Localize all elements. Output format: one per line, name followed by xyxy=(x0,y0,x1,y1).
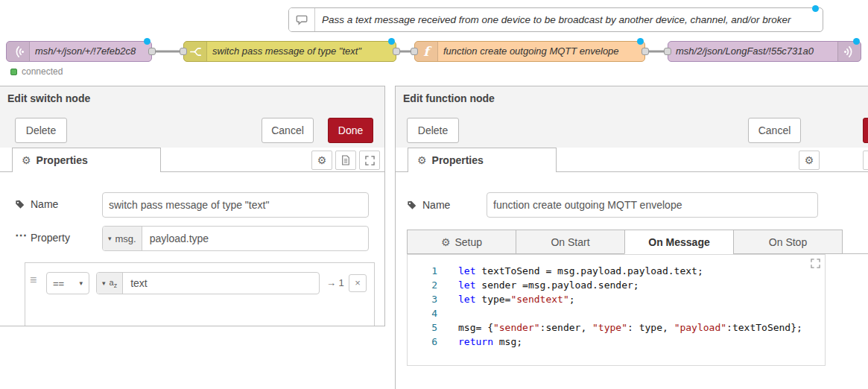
node-settings-button[interactable]: ⚙ xyxy=(799,151,820,170)
name-input[interactable] xyxy=(487,192,818,218)
rule-typed-input: ▾ az xyxy=(96,272,320,294)
node-label: function create outgoing MQTT envelope xyxy=(443,42,640,61)
code-line[interactable]: msg= {"sender":sender, "type": type, "pa… xyxy=(458,320,825,335)
comment-node[interactable]: Pass a text message received from one de… xyxy=(288,7,823,32)
output-port[interactable] xyxy=(148,48,156,55)
drag-handle-icon[interactable]: ≡ xyxy=(30,274,37,286)
node-red-workspace: Pass a text message received from one de… xyxy=(0,0,868,389)
code-line[interactable] xyxy=(458,306,825,320)
line-number: 6 xyxy=(408,335,446,349)
description-button[interactable] xyxy=(335,151,356,170)
code-line[interactable]: let textToSend = msg.payload.payload.tex… xyxy=(458,264,825,278)
code-token: msg= { xyxy=(458,322,493,333)
code-token: "sendtext" xyxy=(510,294,568,305)
tab-on-stop[interactable]: On Stop xyxy=(733,230,843,254)
input-port[interactable] xyxy=(180,48,187,55)
function-icon: f xyxy=(415,42,438,61)
node-label: switch pass message of type "text" xyxy=(212,42,391,61)
delete-button[interactable]: Delete xyxy=(407,118,459,143)
input-port[interactable] xyxy=(664,48,671,55)
mqtt-in-node[interactable]: msh/+/json/+/!7efeb2c8 xyxy=(6,41,152,62)
gear-icon: ⚙ xyxy=(317,154,327,166)
rules-list: ≡ == ▾ ▾ az → 1 × xyxy=(25,262,375,326)
code-token: let xyxy=(458,279,475,291)
code-token: ; xyxy=(569,294,575,305)
typed-input-type-button[interactable]: ▾ msg. xyxy=(103,227,142,250)
rule-value-input[interactable] xyxy=(129,276,313,290)
done-button[interactable]: Done xyxy=(863,118,868,143)
code-editor[interactable]: 123456 let textToSend = msg.payload.payl… xyxy=(407,254,826,366)
remove-rule-button[interactable]: × xyxy=(349,274,367,292)
done-button[interactable]: Done xyxy=(328,118,373,143)
switch-node[interactable]: switch pass message of type "text" xyxy=(183,41,396,62)
cancel-button[interactable]: Cancel xyxy=(748,118,801,143)
typed-input-type-label: msg. xyxy=(115,233,136,244)
name-input[interactable] xyxy=(102,192,369,218)
ellipsis-icon: ⋯ xyxy=(15,228,27,242)
code-token: : type, xyxy=(627,322,674,333)
rule-operator-value: == xyxy=(53,278,64,289)
code-token: type= xyxy=(475,294,510,305)
status-text: connected xyxy=(22,66,63,77)
code-line[interactable]: return msg; xyxy=(458,335,825,349)
mqtt-out-node[interactable]: msh/2/json/LongFast/!55c731a0 xyxy=(668,41,861,62)
tab-on-message[interactable]: On Message xyxy=(624,230,734,254)
code-token: return xyxy=(458,336,493,347)
tab-properties[interactable]: ⚙ Properties xyxy=(408,148,557,172)
code-token: "type" xyxy=(592,322,627,333)
tab-setup[interactable]: ⚙Setup xyxy=(407,230,516,254)
property-value-wrap xyxy=(142,227,368,250)
property-input[interactable] xyxy=(148,232,362,245)
property-typed-input: ▾ msg. xyxy=(102,226,369,251)
expand-button[interactable] xyxy=(359,151,380,170)
code-line[interactable]: let type="sendtext"; xyxy=(458,292,825,306)
gear-icon: ⚙ xyxy=(441,236,451,248)
editor-expand-button[interactable] xyxy=(811,259,820,271)
function-edit-panel: Edit function node Delete Cancel Done ⚙ … xyxy=(395,86,868,389)
rule-output-label: → 1 xyxy=(326,277,344,288)
doc-icon xyxy=(341,155,350,165)
code-token: msg; xyxy=(493,336,522,347)
code-line[interactable]: let sender =msg.payload.sender; xyxy=(458,278,825,292)
line-number: 5 xyxy=(408,320,446,335)
rule-operator-select[interactable]: == ▾ xyxy=(46,272,89,294)
function-node[interactable]: f function create outgoing MQTT envelope xyxy=(414,41,645,62)
function-code-tabs: ⚙SetupOn StartOn MessageOn Stop xyxy=(407,230,843,254)
expand-icon xyxy=(365,156,375,165)
node-label: msh/+/json/+/!7efeb2c8 xyxy=(35,42,147,61)
cancel-button[interactable]: Cancel xyxy=(262,118,314,143)
gear-icon: ⚙ xyxy=(417,154,427,166)
tab-label: On Start xyxy=(551,236,589,248)
input-port[interactable] xyxy=(411,48,418,55)
status-connected-icon xyxy=(10,69,17,75)
tab-label: Setup xyxy=(454,236,482,248)
code-token: :textToSend}; xyxy=(726,322,802,333)
line-number: 1 xyxy=(408,264,446,278)
chevron-down-icon: ▾ xyxy=(102,279,106,287)
changed-indicator xyxy=(388,38,395,45)
chevron-down-icon: ▾ xyxy=(79,279,83,287)
line-number: 4 xyxy=(408,306,446,320)
gear-icon: ⚙ xyxy=(22,154,31,166)
delete-button[interactable]: Delete xyxy=(15,118,67,143)
changed-indicator xyxy=(637,38,644,45)
output-port[interactable] xyxy=(642,48,649,55)
tab-properties[interactable]: ⚙ Properties xyxy=(12,148,161,172)
output-port[interactable] xyxy=(393,48,400,55)
expand-icon xyxy=(811,259,820,268)
changed-indicator xyxy=(144,38,151,45)
expand-button[interactable] xyxy=(863,151,868,170)
comment-label: Pass a text message received from one de… xyxy=(322,8,815,31)
node-settings-button[interactable]: ⚙ xyxy=(311,151,332,170)
tab-on-start[interactable]: On Start xyxy=(516,230,625,254)
code-token: "payload" xyxy=(674,322,726,333)
panel-title: Edit switch node xyxy=(0,86,384,110)
wifi-icon xyxy=(7,42,30,61)
comment-bubble-icon xyxy=(289,8,315,31)
code-token: textToSend = msg.payload.payload.text; xyxy=(475,265,703,276)
line-number: 2 xyxy=(408,278,446,292)
sort-alpha-icon: az xyxy=(110,277,118,289)
tag-icon xyxy=(15,199,25,212)
rule-type-button[interactable]: ▾ az xyxy=(97,273,123,294)
panel-title: Edit function node xyxy=(396,86,868,110)
